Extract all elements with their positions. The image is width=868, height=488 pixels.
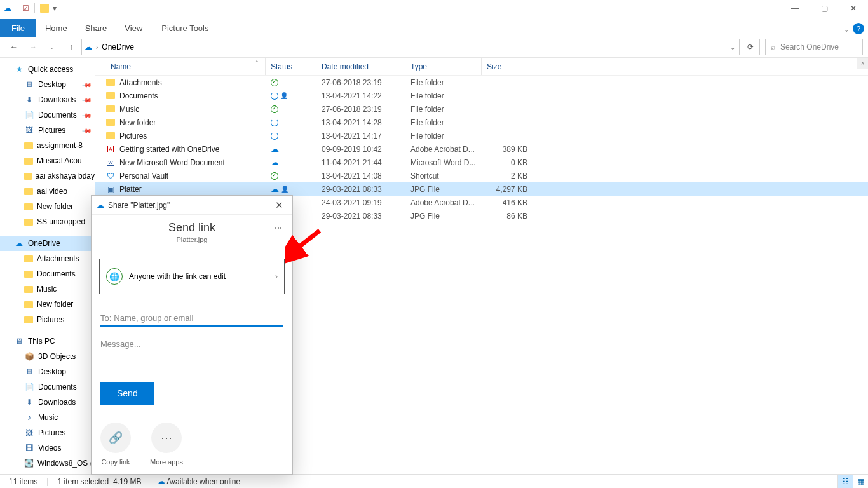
file-row[interactable]: Attachments27-06-2018 23:19File folder: [95, 76, 868, 89]
link-settings-button[interactable]: 🌐 Anyone with the link can edit ›: [99, 259, 285, 294]
sidebar-onedrive[interactable]: ☁ OneDrive: [0, 236, 95, 251]
column-header-name[interactable]: Name˄: [105, 58, 266, 75]
close-button[interactable]: ✕: [839, 0, 868, 17]
sidebar-item[interactable]: Pictures: [0, 312, 95, 327]
recipient-input[interactable]: To: Name, group or email: [100, 313, 283, 327]
file-row[interactable]: New folder13-04-2021 14:28File folder: [95, 116, 868, 129]
sidebar-item[interactable]: aai akshaya bday: [0, 168, 95, 184]
folder-icon: [24, 203, 33, 210]
onedrive-icon: ☁: [97, 201, 104, 210]
scroll-up-button[interactable]: ʌ: [857, 58, 868, 69]
sidebar-this-pc[interactable]: 🖥 This PC: [0, 334, 95, 349]
file-row[interactable]: Music27-06-2018 23:19File folder: [95, 102, 868, 116]
folder-icon: [24, 158, 33, 165]
file-date: 13-04-2021 14:17: [316, 132, 405, 140]
downloads-icon: ⬇: [24, 95, 34, 105]
sidebar-item[interactable]: ♪Music: [0, 410, 95, 425]
sidebar-item[interactable]: New folder: [0, 297, 95, 312]
refresh-button[interactable]: ⟳: [741, 39, 760, 55]
column-header-status[interactable]: Status: [266, 58, 316, 75]
file-type: Microsoft Word D...: [405, 158, 482, 167]
sidebar-item[interactable]: 📦3D Objects: [0, 349, 95, 364]
tab-share[interactable]: Share: [76, 19, 116, 37]
forward-button[interactable]: →: [24, 38, 42, 56]
sidebar-item[interactable]: ⬇Downloads: [0, 395, 95, 410]
documents-icon: 📄: [24, 382, 34, 392]
search-input[interactable]: ⌕ Search OneDrive: [765, 39, 863, 55]
qat-check-icon[interactable]: ☑: [22, 4, 29, 13]
sidebar-item-label: aai akshaya bday: [36, 172, 95, 180]
sidebar-item[interactable]: ⬇Downloads📌: [0, 92, 95, 107]
word-icon: W: [107, 159, 114, 166]
sidebar-item[interactable]: Music: [0, 281, 95, 297]
file-row[interactable]: WNew Microsoft Word Document☁11-04-2021 …: [95, 156, 868, 169]
more-apps-button[interactable]: ⋯: [151, 423, 182, 453]
send-button[interactable]: Send: [100, 382, 154, 405]
sidebar-item[interactable]: SS uncropped: [0, 214, 95, 229]
chevron-right-icon[interactable]: ›: [96, 44, 98, 51]
address-bar[interactable]: ☁ › OneDrive ⌄: [81, 39, 740, 55]
file-row[interactable]: ▣Platter☁👤29-03-2021 08:33JPG File4,297 …: [95, 182, 868, 196]
file-row[interactable]: 🛡Personal Vault13-04-2021 14:08Shortcut2…: [95, 169, 868, 182]
star-icon: ★: [14, 64, 24, 74]
maximize-button[interactable]: ▢: [810, 0, 839, 17]
sidebar-item-label: SS uncropped: [37, 217, 85, 226]
recent-locations-button[interactable]: ⌄: [43, 38, 61, 56]
sidebar-item[interactable]: New folder: [0, 199, 95, 214]
sidebar-item[interactable]: Attachments: [0, 251, 95, 266]
sidebar-item[interactable]: 🖥Desktop📌: [0, 77, 95, 92]
message-input[interactable]: Message...: [100, 339, 283, 349]
help-button[interactable]: ?: [853, 23, 864, 34]
file-row[interactable]: Pictures13-04-2021 14:17File folder: [95, 129, 868, 142]
shared-icon: 👤: [280, 92, 288, 99]
column-header-type[interactable]: Type: [405, 58, 482, 75]
tab-file[interactable]: File: [0, 19, 36, 37]
sidebar-quick-access[interactable]: ★ Quick access: [0, 62, 95, 77]
sidebar-item-label: New folder: [37, 202, 73, 211]
sidebar-item-label: aai video: [37, 187, 67, 196]
sidebar-item-label: assignment-8: [37, 141, 83, 150]
view-details-button[interactable]: ☷: [837, 475, 853, 489]
file-size: 0 KB: [482, 158, 532, 167]
tab-view[interactable]: View: [116, 19, 151, 37]
folder-icon: [24, 173, 32, 180]
breadcrumb-location[interactable]: OneDrive: [102, 43, 134, 51]
back-button[interactable]: ←: [5, 38, 23, 56]
pdf-icon: A: [107, 146, 113, 152]
status-bar: 11 items | 1 item selected 4.19 MB ☁ Ava…: [0, 474, 868, 488]
sidebar-item[interactable]: Documents: [0, 266, 95, 281]
desktop-icon: 🖥: [24, 79, 34, 90]
column-header-size[interactable]: Size: [482, 58, 532, 75]
chevron-down-icon[interactable]: ⌄: [730, 44, 735, 51]
dialog-more-button[interactable]: ⋯: [275, 224, 283, 233]
ribbon-collapse-icon[interactable]: ⌄: [844, 26, 849, 33]
folder-icon: [106, 79, 115, 86]
pin-icon: 📌: [82, 110, 92, 120]
dialog-close-button[interactable]: ✕: [271, 198, 287, 212]
view-large-icons-button[interactable]: ▦: [853, 475, 868, 489]
sidebar-item[interactable]: Musical Acou: [0, 153, 95, 168]
quick-access-toolbar: ☁ ☑ ▾: [0, 3, 64, 13]
sidebar-item[interactable]: 💽Windows8_OS (C: [0, 456, 95, 471]
sidebar-item[interactable]: 🖼Pictures📌: [0, 123, 95, 138]
sidebar-item[interactable]: 📄Documents📌: [0, 107, 95, 123]
file-date: 29-03-2021 08:33: [316, 185, 405, 194]
sidebar-item[interactable]: aai video: [0, 184, 95, 199]
column-header-date[interactable]: Date modified: [316, 58, 405, 75]
file-type: JPG File: [405, 212, 482, 220]
sidebar-item[interactable]: 🎞Videos: [0, 440, 95, 456]
sidebar-item[interactable]: 🖥Desktop: [0, 364, 95, 379]
file-row[interactable]: Documents👤13-04-2021 14:22File folder: [95, 89, 868, 102]
file-row[interactable]: AGetting started with OneDrive☁09-09-201…: [95, 142, 868, 156]
sidebar-item[interactable]: 📄Documents: [0, 379, 95, 395]
qat-overflow-icon[interactable]: ▾: [53, 4, 57, 13]
drive-icon: 💽: [24, 458, 34, 468]
up-button[interactable]: ↑: [62, 38, 80, 56]
sidebar-item[interactable]: assignment-8: [0, 138, 95, 153]
folder-icon[interactable]: [40, 4, 49, 13]
minimize-button[interactable]: —: [780, 0, 810, 17]
tab-picture-tools[interactable]: Picture Tools: [158, 19, 212, 37]
tab-home[interactable]: Home: [36, 19, 76, 37]
copy-link-button[interactable]: 🔗: [100, 423, 131, 453]
sidebar-item[interactable]: 🖼Pictures: [0, 425, 95, 440]
